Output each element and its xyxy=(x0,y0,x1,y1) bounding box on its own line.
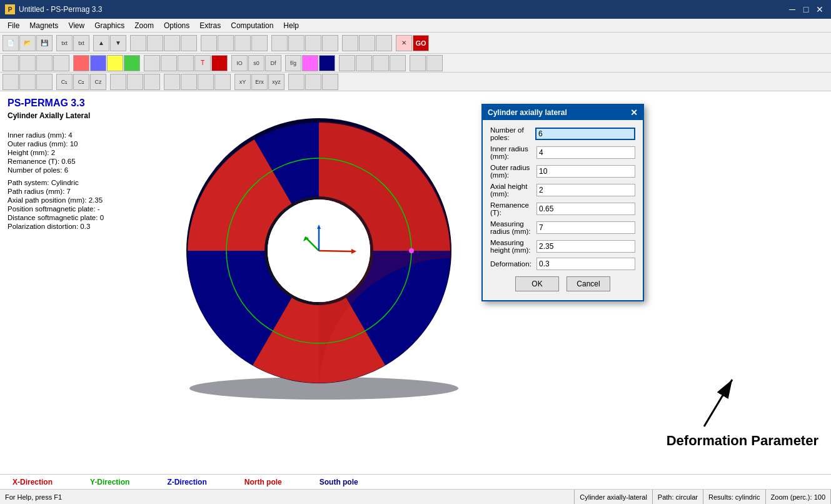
tb3-btn14[interactable]: xY xyxy=(234,74,251,90)
menu-item-zoom[interactable]: Zoom xyxy=(129,20,159,31)
tb3-btn17[interactable] xyxy=(288,74,305,90)
tb2-btn5[interactable] xyxy=(73,55,89,71)
tb-btn1[interactable] xyxy=(130,35,146,51)
minimize-button[interactable]: ─ xyxy=(786,3,798,16)
menu-item-help[interactable]: Help xyxy=(278,20,304,31)
dialog-label-6: Measuring height (mm): xyxy=(490,239,536,254)
tb-btn5[interactable] xyxy=(201,35,217,51)
tb-btn2[interactable] xyxy=(147,35,163,51)
tb-btn10[interactable] xyxy=(288,35,305,51)
menu-item-file[interactable]: File xyxy=(3,20,24,31)
tb-btn14[interactable] xyxy=(359,35,375,51)
tb-btn7[interactable] xyxy=(234,35,251,51)
dialog-input-2[interactable] xyxy=(536,165,635,178)
tb3-btn13[interactable] xyxy=(214,74,231,90)
tb-btn8[interactable] xyxy=(251,35,268,51)
tb2-btn14[interactable]: IO xyxy=(231,55,248,71)
tb-new[interactable]: 📄 xyxy=(3,35,19,51)
tb-btn11[interactable] xyxy=(305,35,321,51)
tb-go[interactable]: GO xyxy=(413,35,429,51)
tb-text2[interactable]: txt xyxy=(73,35,89,51)
tb-btn6[interactable] xyxy=(218,35,234,51)
status-path: Path: circular xyxy=(653,490,703,504)
tb2-btn7[interactable] xyxy=(107,55,123,71)
tb-down[interactable]: ▼ xyxy=(110,35,126,51)
tb3-btn6[interactable]: Cz xyxy=(90,74,106,90)
tb-open[interactable]: 📂 xyxy=(19,35,36,51)
tb2-btn25[interactable] xyxy=(426,55,443,71)
menu-item-magnets[interactable]: Magnets xyxy=(24,20,63,31)
tb3-btn15[interactable]: Erx xyxy=(251,74,268,90)
dialog-input-7[interactable] xyxy=(536,258,635,270)
dialog-body: Number of poles:Inner radius (mm):Outer … xyxy=(483,120,643,300)
status-help: For Help, press F1 xyxy=(0,490,575,504)
tb2-btn24[interactable] xyxy=(410,55,426,71)
cancel-button[interactable]: Cancel xyxy=(567,276,610,291)
tb3-btn2[interactable] xyxy=(19,74,36,90)
tb2-btn9[interactable] xyxy=(144,55,160,71)
tb2-btn12[interactable]: T xyxy=(194,55,211,71)
dialog-input-0[interactable] xyxy=(535,128,635,140)
menu-item-extras[interactable]: Extras xyxy=(194,20,226,31)
tb2-btn6[interactable] xyxy=(90,55,106,71)
tb3-btn5[interactable]: C₂ xyxy=(73,74,89,90)
tb2-btn4[interactable] xyxy=(53,55,69,71)
dialog-input-5[interactable] xyxy=(536,221,635,234)
menu-item-view[interactable]: View xyxy=(63,20,89,31)
tb3-btn3[interactable] xyxy=(36,74,53,90)
tb2-btn10[interactable] xyxy=(161,55,177,71)
tb-stop[interactable]: ✕ xyxy=(396,35,412,51)
tb2-btn22[interactable] xyxy=(373,55,389,71)
menu-item-computation[interactable]: Computation xyxy=(226,20,278,31)
tb3-btn16[interactable]: xyz xyxy=(268,74,285,90)
tb3-btn8[interactable] xyxy=(127,74,143,90)
tb-btn4[interactable] xyxy=(181,35,197,51)
tb2-btn13[interactable] xyxy=(211,55,228,71)
tb2-btn18[interactable] xyxy=(302,55,318,71)
tb2-btn11[interactable] xyxy=(178,55,194,71)
tb3-btn19[interactable] xyxy=(322,74,338,90)
tb2-btn16[interactable]: Df xyxy=(265,55,281,71)
tb-text[interactable]: txt xyxy=(56,35,73,51)
tb3-btn11[interactable] xyxy=(181,74,197,90)
tb-btn3[interactable] xyxy=(164,35,180,51)
tb2-btn21[interactable] xyxy=(356,55,372,71)
tb2-btn17[interactable]: f/g xyxy=(285,55,301,71)
dialog-input-4[interactable] xyxy=(536,203,635,215)
close-button[interactable]: ✕ xyxy=(813,3,826,16)
maximize-button[interactable]: □ xyxy=(800,3,812,16)
svg-line-22 xyxy=(704,380,732,426)
ok-button[interactable]: OK xyxy=(515,276,559,291)
tb3-btn10[interactable] xyxy=(164,74,180,90)
tb3-btn9[interactable] xyxy=(144,74,160,90)
tb2-btn8[interactable] xyxy=(124,55,140,71)
tb-up[interactable]: ▲ xyxy=(93,35,109,51)
tb-btn13[interactable] xyxy=(342,35,358,51)
tb2-btn15[interactable]: s0 xyxy=(248,55,264,71)
cylinder-dialog[interactable]: Cylinder axially lateral ✕ Number of pol… xyxy=(481,104,644,301)
tb-btn15[interactable] xyxy=(376,35,392,51)
dialog-close-button[interactable]: ✕ xyxy=(630,108,638,118)
annotation-text: Deformation Parameter xyxy=(667,433,818,449)
dialog-input-6[interactable] xyxy=(536,240,635,253)
menu-item-options[interactable]: Options xyxy=(159,20,194,31)
tb3-btn7[interactable] xyxy=(110,74,126,90)
tb-btn9[interactable] xyxy=(271,35,288,51)
tb3-btn18[interactable] xyxy=(305,74,321,90)
tb2-btn20[interactable] xyxy=(339,55,355,71)
tb3-btn4[interactable]: C₁ xyxy=(56,74,73,90)
dialog-input-1[interactable] xyxy=(536,146,635,159)
tb3-btn1[interactable] xyxy=(3,74,19,90)
tb-btn12[interactable] xyxy=(322,35,338,51)
tb2-btn23[interactable] xyxy=(390,55,406,71)
tb-save[interactable]: 💾 xyxy=(36,35,53,51)
dialog-input-3[interactable] xyxy=(536,184,635,196)
tb3-btn12[interactable] xyxy=(198,74,214,90)
dialog-row-3: Axial height (mm): xyxy=(490,183,635,198)
tb2-btn1[interactable] xyxy=(3,55,19,71)
tb2-btn2[interactable] xyxy=(19,55,36,71)
menu-item-graphics[interactable]: Graphics xyxy=(89,20,129,31)
tb2-btn19[interactable] xyxy=(319,55,335,71)
tb2-btn3[interactable] xyxy=(36,55,53,71)
legend-bar: X-DirectionY-DirectionZ-DirectionNorth p… xyxy=(0,474,831,489)
